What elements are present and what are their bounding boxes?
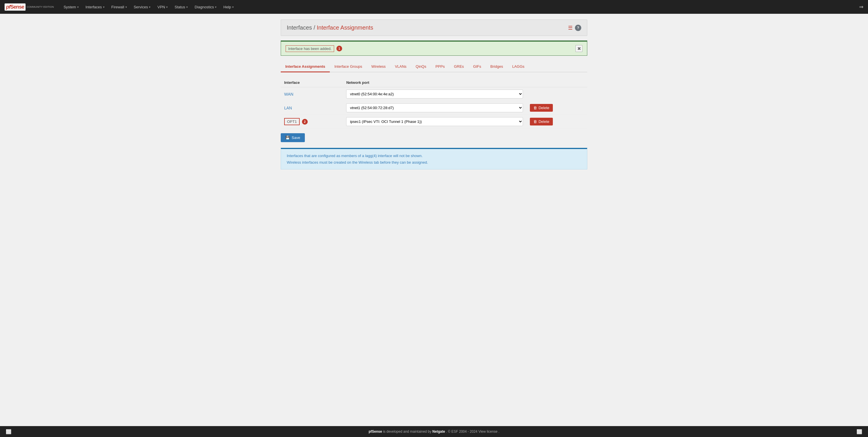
chevron-down-icon: ▾	[149, 5, 150, 9]
opt1-port-wrapper: ipsec1 (IPsec VTI: OCI Tunnel 1 (Phase 1…	[346, 117, 523, 126]
alert-close-button[interactable]: ✖	[576, 45, 582, 52]
trash-icon: 🗑	[533, 120, 537, 124]
nav-status[interactable]: Status ▾	[172, 3, 191, 11]
tab-interface-groups[interactable]: Interface Groups	[330, 61, 367, 72]
wan-port-select[interactable]: vtnet0 (52:54:00:4e:4e:a2)	[346, 90, 523, 98]
opt1-badge: 2	[302, 119, 308, 125]
alert-badge: 1	[336, 45, 342, 52]
chart-icon[interactable]: ☰	[568, 25, 572, 31]
nav-services[interactable]: Services ▾	[131, 3, 154, 11]
tab-qinqs[interactable]: QinQs	[411, 61, 431, 72]
tab-bridges[interactable]: Bridges	[486, 61, 507, 72]
save-icon: 💾	[285, 135, 290, 140]
lan-link[interactable]: LAN	[284, 106, 292, 110]
opt1-port-select[interactable]: ipsec1 (IPsec VTI: OCI Tunnel 1 (Phase 1…	[346, 117, 523, 126]
trash-icon: 🗑	[533, 106, 537, 110]
nav-menu: System ▾ Interfaces ▾ Firewall ▾ Service…	[61, 3, 859, 11]
tab-ppps[interactable]: PPPs	[431, 61, 450, 72]
page-title: Interfaces / Interface Assignments	[287, 24, 373, 31]
chevron-down-icon: ▾	[232, 5, 234, 9]
nav-help[interactable]: Help ▾	[220, 3, 237, 11]
main-content: Interfaces / Interface Assignments ☰ ? I…	[276, 20, 592, 169]
col-interface: Interface	[281, 78, 343, 87]
navbar: pfSense COMMUNITY EDITION System ▾ Inter…	[0, 0, 868, 14]
save-section: 💾 Save	[281, 133, 587, 142]
brand-logo[interactable]: pfSense COMMUNITY EDITION	[5, 3, 54, 11]
tab-interface-assignments[interactable]: Interface Assignments	[281, 61, 330, 72]
chevron-down-icon: ▾	[215, 5, 216, 9]
help-icon[interactable]: ?	[575, 25, 581, 31]
info-line-1: Interfaces that are configured as member…	[287, 154, 581, 158]
tab-gifs[interactable]: GIFs	[468, 61, 486, 72]
breadcrumb-parent: Interfaces	[287, 24, 312, 31]
info-line-2: Wireless interfaces must be created on t…	[287, 160, 581, 164]
wan-link[interactable]: WAN	[284, 92, 293, 96]
page-header-icons: ☰ ?	[568, 25, 581, 31]
tab-laggs[interactable]: LAGGs	[507, 61, 529, 72]
chevron-down-icon: ▾	[186, 5, 188, 9]
alert-message: Interface has been added.	[286, 45, 334, 52]
alert-success: Interface has been added. 1 ✖	[281, 40, 587, 56]
tab-gres[interactable]: GREs	[449, 61, 468, 72]
table-row: LAN vtnet1 (52:54:00:72:28:d7) 🗑 Delete	[281, 101, 587, 115]
lan-port-select[interactable]: vtnet1 (52:54:00:72:28:d7)	[346, 103, 523, 112]
alert-content: Interface has been added. 1	[286, 45, 342, 52]
logo-edition: COMMUNITY EDITION	[27, 5, 54, 9]
interface-table: Interface Network port WAN vtnet0 (52:54…	[281, 78, 587, 129]
nav-interfaces[interactable]: Interfaces ▾	[83, 3, 107, 11]
table-row: OPT1 2 ipsec1 (IPsec VTI: OCI Tunnel 1 (…	[281, 115, 587, 129]
chevron-down-icon: ▾	[103, 5, 104, 9]
nav-vpn[interactable]: VPN ▾	[154, 3, 170, 11]
chevron-down-icon: ▾	[166, 5, 167, 9]
chevron-down-icon: ▾	[77, 5, 79, 9]
nav-diagnostics[interactable]: Diagnostics ▾	[192, 3, 219, 11]
tab-vlans[interactable]: VLANs	[391, 61, 411, 72]
breadcrumb-current: Interface Assignments	[317, 24, 373, 31]
logo-pfsense: pfSense	[5, 3, 26, 11]
opt1-delete-button[interactable]: 🗑 Delete	[530, 118, 553, 125]
lan-port-wrapper: vtnet1 (52:54:00:72:28:d7)	[346, 103, 523, 112]
opt1-label: OPT1	[284, 118, 300, 125]
logout-button[interactable]: ⇒	[859, 4, 863, 10]
tab-wireless[interactable]: Wireless	[367, 61, 391, 72]
tabs: Interface Assignments Interface Groups W…	[281, 61, 587, 72]
table-row: WAN vtnet0 (52:54:00:4e:4e:a2)	[281, 87, 587, 101]
save-button[interactable]: 💾 Save	[281, 133, 305, 142]
info-box: Interfaces that are configured as member…	[281, 148, 587, 169]
nav-system[interactable]: System ▾	[61, 3, 81, 11]
nav-firewall[interactable]: Firewall ▾	[108, 3, 130, 11]
lan-delete-button[interactable]: 🗑 Delete	[530, 104, 553, 112]
chevron-down-icon: ▾	[125, 5, 127, 9]
col-network-port: Network port	[343, 78, 526, 87]
wan-port-wrapper: vtnet0 (52:54:00:4e:4e:a2)	[346, 90, 523, 98]
page-header: Interfaces / Interface Assignments ☰ ?	[281, 20, 587, 36]
